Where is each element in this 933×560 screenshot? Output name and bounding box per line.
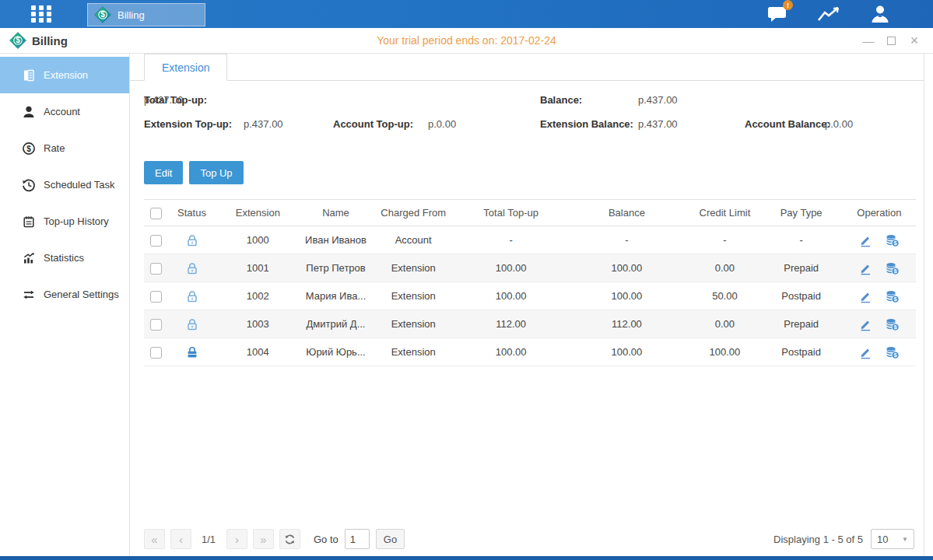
go-button[interactable]: Go <box>376 529 405 549</box>
maximize-button[interactable] <box>887 37 896 45</box>
cell-pay-type: Prepaid <box>760 254 843 282</box>
app-grid-button[interactable] <box>28 3 54 25</box>
topup-row-icon[interactable] <box>885 233 900 247</box>
table-row: 1003 Дмитрий Д... Extension 112.00 112.0… <box>144 310 916 338</box>
table-row: 1004 Юрий Юрь... Extension 100.00 100.00… <box>144 338 916 366</box>
prev-page-button[interactable]: ‹ <box>170 529 191 549</box>
cell-name: Мария Ива... <box>303 282 368 310</box>
cell-total-topup: 100.00 <box>458 338 564 366</box>
cell-credit-limit: 50.00 <box>689 282 759 310</box>
col-balance: Balance <box>564 200 690 226</box>
sidebar-item-label: Top-up History <box>44 215 109 227</box>
cell-balance: 100.00 <box>564 282 690 310</box>
sidebar-item-label: Rate <box>44 142 65 154</box>
cell-extension: 1004 <box>212 338 303 366</box>
topup-row-icon[interactable] <box>885 261 900 275</box>
goto-page-input[interactable] <box>345 529 370 549</box>
cell-balance: - <box>564 226 690 254</box>
edit-row-icon[interactable] <box>858 233 872 247</box>
row-checkbox[interactable] <box>150 319 162 331</box>
lock-status-icon <box>185 261 199 273</box>
row-checkbox[interactable] <box>150 347 162 359</box>
cell-credit-limit: 0.00 <box>689 254 759 282</box>
topup-row-icon[interactable] <box>885 345 900 359</box>
sidebar-item-label: Account <box>44 106 80 117</box>
sidebar-item-extension[interactable]: Extension <box>0 57 129 93</box>
account-balance-value: p.0.00 <box>825 118 853 130</box>
lock-status-icon <box>185 345 199 357</box>
desktop-edge <box>0 556 933 560</box>
cell-charged-from: Extension <box>369 310 458 338</box>
minimize-button[interactable]: — <box>862 35 875 47</box>
cell-credit-limit: - <box>689 226 759 254</box>
taskbar-tab-label: Billing <box>118 9 145 21</box>
edit-row-icon[interactable] <box>858 345 872 359</box>
row-checkbox[interactable] <box>150 263 162 275</box>
reports-button[interactable] <box>816 4 841 24</box>
edit-button[interactable]: Edit <box>144 161 183 184</box>
balance-label: Balance: <box>540 94 582 106</box>
close-button[interactable]: × <box>908 33 921 47</box>
select-all-checkbox[interactable] <box>150 208 162 219</box>
sidebar-item-topup-history[interactable]: Top-up History <box>0 203 129 240</box>
cell-charged-from: Account <box>369 226 458 254</box>
sidebar-item-scheduled-task[interactable]: Scheduled Task <box>0 166 129 203</box>
balance-value: p.437.00 <box>638 94 678 106</box>
notebook-icon <box>22 215 36 229</box>
sidebar-item-rate[interactable]: $ Rate <box>0 130 129 166</box>
next-page-button[interactable]: › <box>226 529 247 549</box>
cell-name: Петр Петров <box>303 254 368 282</box>
line-chart-icon <box>816 5 841 23</box>
row-checkbox[interactable] <box>150 235 162 247</box>
topup-row-icon[interactable] <box>885 289 900 303</box>
table-row: 1001 Петр Петров Extension 100.00 100.00… <box>144 254 916 282</box>
col-extension: Extension <box>212 200 303 226</box>
window-title-text: Billing <box>32 34 68 47</box>
sidebar-item-statistics[interactable]: Statistics <box>0 240 129 276</box>
taskbar-right-icons: ! <box>765 4 893 24</box>
sidebar-item-label: Scheduled Task <box>44 179 115 191</box>
tab-extension[interactable]: Extension <box>144 54 227 81</box>
refresh-button[interactable] <box>279 529 300 549</box>
page-size-select[interactable]: 10 ▼ <box>871 529 914 549</box>
cell-pay-type: - <box>760 226 843 254</box>
billing-app-icon <box>94 6 111 23</box>
app-grid-icon <box>30 4 53 24</box>
taskbar-billing-tab[interactable]: Billing <box>87 3 205 26</box>
table-row: 1002 Мария Ива... Extension 100.00 100.0… <box>144 282 916 310</box>
taskbar: Billing ! <box>0 0 933 28</box>
cell-total-topup: 100.00 <box>458 282 564 310</box>
col-pay-type: Pay Type <box>760 200 843 226</box>
sidebar-item-general-settings[interactable]: General Settings <box>0 276 129 313</box>
cell-name: Юрий Юрь... <box>303 338 368 366</box>
pagination-bar: « ‹ 1/1 › » Go to Go Displaying <box>144 529 914 549</box>
messages-button[interactable]: ! <box>765 4 790 24</box>
cell-balance: 100.00 <box>564 254 690 282</box>
row-checkbox[interactable] <box>150 291 162 303</box>
col-operation: Operation <box>843 200 916 226</box>
total-topup-value: p.437.00 <box>144 94 184 106</box>
stats-icon <box>22 251 36 265</box>
billing-diamond-icon <box>9 32 26 49</box>
edit-row-icon[interactable] <box>858 317 872 331</box>
cell-pay-type: Postpaid <box>760 338 843 366</box>
page-indicator: 1/1 <box>198 534 219 545</box>
last-page-button[interactable]: » <box>253 529 274 549</box>
edit-row-icon[interactable] <box>858 261 872 275</box>
table-header-row: Status Extension Name Charged From Total… <box>144 200 916 226</box>
sidebar: Extension Account $ Rate <box>0 54 130 556</box>
topup-row-icon[interactable] <box>885 317 900 331</box>
cell-pay-type: Prepaid <box>760 310 843 338</box>
user-icon <box>870 4 890 24</box>
col-status: Status <box>171 200 213 226</box>
user-button[interactable] <box>868 4 893 24</box>
table-row: 1000 Иван Иванов Account - - - - <box>144 226 916 254</box>
refresh-icon <box>284 534 296 545</box>
displaying-text: Displaying 1 - 5 of 5 <box>773 534 863 545</box>
first-page-button[interactable]: « <box>144 529 165 549</box>
sidebar-item-account[interactable]: Account <box>0 93 129 130</box>
lock-status-icon <box>185 289 199 301</box>
edit-row-icon[interactable] <box>858 289 872 303</box>
top-up-button[interactable]: Top Up <box>189 161 243 184</box>
cell-extension: 1002 <box>212 282 303 310</box>
